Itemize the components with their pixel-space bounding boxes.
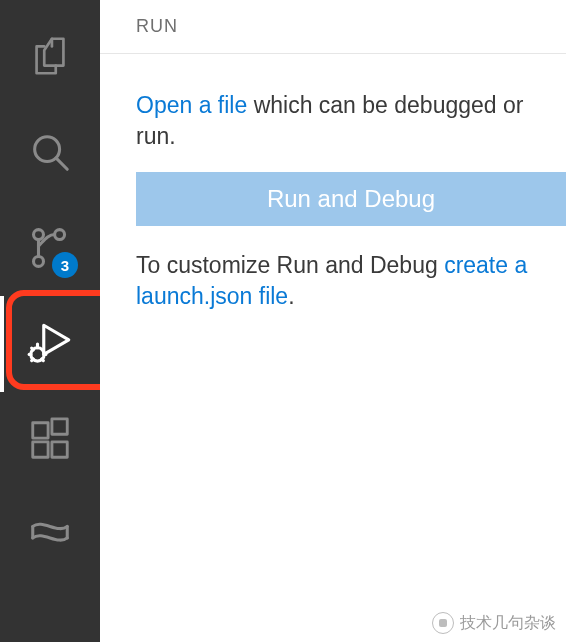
svg-rect-13 [33, 423, 48, 438]
watermark-icon [432, 612, 454, 634]
watermark-text: 技术几句杂谈 [460, 613, 556, 634]
open-file-hint: Open a file which can be debugged or run… [136, 90, 566, 152]
run-and-debug-button[interactable]: Run and Debug [136, 172, 566, 226]
svg-line-1 [57, 159, 68, 170]
customize-hint: To customize Run and Debug create a laun… [136, 250, 566, 312]
svg-rect-15 [52, 442, 67, 457]
svg-rect-14 [33, 442, 48, 457]
svg-rect-16 [52, 419, 67, 434]
files-icon [27, 33, 73, 79]
scm-badge: 3 [52, 252, 78, 278]
activity-search[interactable] [0, 104, 100, 200]
customize-tail-text: . [288, 283, 294, 309]
activity-bar: 3 [0, 0, 100, 642]
customize-lead-text: To customize Run and Debug [136, 252, 444, 278]
extensions-icon [27, 417, 73, 463]
svg-line-12 [32, 348, 34, 350]
panel-title: RUN [100, 0, 566, 54]
svg-line-10 [32, 359, 34, 361]
activity-other[interactable] [0, 488, 100, 584]
ribbon-icon [27, 513, 73, 559]
watermark: 技术几句杂谈 [432, 612, 556, 634]
activity-explorer[interactable] [0, 8, 100, 104]
open-file-link[interactable]: Open a file [136, 92, 247, 118]
run-and-debug-icon [25, 319, 75, 369]
svg-line-11 [42, 359, 44, 361]
svg-marker-5 [44, 325, 69, 354]
run-panel: RUN Open a file which can be debugged or… [100, 0, 566, 642]
activity-run-and-debug[interactable] [0, 296, 100, 392]
activity-extensions[interactable] [0, 392, 100, 488]
activity-source-control[interactable]: 3 [0, 200, 100, 296]
panel-body: Open a file which can be debugged or run… [100, 54, 566, 332]
search-icon [27, 129, 73, 175]
